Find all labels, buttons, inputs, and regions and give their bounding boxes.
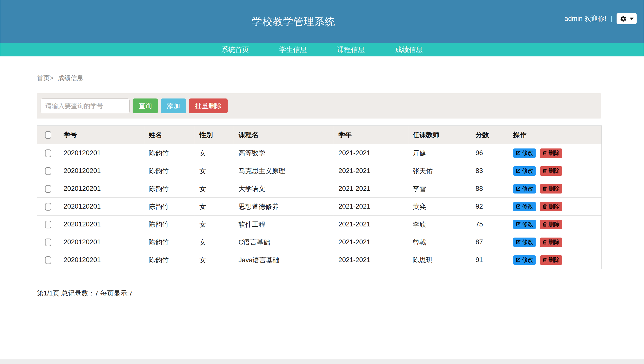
nav-item-home[interactable]: 系统首页	[222, 45, 249, 54]
cell-teacher: 李雪	[408, 180, 471, 198]
cell-year: 2021-2021	[334, 180, 408, 198]
cell-teacher: 李欣	[408, 216, 471, 233]
cell-score: 92	[471, 198, 510, 216]
edit-button[interactable]: 修改	[513, 220, 536, 229]
pencil-square-icon	[516, 204, 521, 209]
search-input[interactable]	[40, 98, 130, 113]
cell-course: Java语言基础	[234, 251, 334, 269]
edit-button[interactable]: 修改	[513, 255, 536, 265]
row-checkbox[interactable]	[45, 203, 51, 210]
row-checkbox[interactable]	[45, 167, 51, 175]
pencil-square-icon	[516, 186, 521, 191]
cell-score: 96	[471, 144, 510, 162]
edit-button[interactable]: 修改	[513, 238, 536, 247]
row-checkbox[interactable]	[45, 150, 51, 157]
cell-course: 软件工程	[234, 216, 334, 233]
nav-item-students[interactable]: 学生信息	[279, 45, 307, 54]
column-header-name: 姓名	[144, 126, 195, 144]
header-user-area: admin 欢迎你! |	[564, 13, 637, 24]
user-greeting: admin 欢迎你!	[564, 14, 606, 23]
edit-button[interactable]: 修改	[513, 184, 536, 194]
table-row: 2020120201 陈韵竹 女 软件工程 2021-2021 李欣 75	[37, 216, 602, 233]
row-checkbox[interactable]	[45, 221, 51, 228]
breadcrumb-current: 成绩信息	[58, 74, 84, 82]
pencil-square-icon	[516, 257, 521, 262]
cell-gender: 女	[195, 233, 234, 251]
query-button[interactable]: 查询	[132, 98, 158, 113]
search-toolbar: 查询 添加 批量删除	[37, 93, 601, 118]
page: 学校教学管理系统 admin 欢迎你! | 系统首页 学生信息 课程信息 成绩信…	[0, 0, 644, 359]
column-header-teacher: 任课教师	[408, 126, 471, 144]
nav-item-grades[interactable]: 成绩信息	[395, 45, 423, 54]
pencil-square-icon	[516, 168, 521, 174]
delete-button[interactable]: 删除	[540, 238, 562, 247]
trash-icon	[542, 204, 547, 209]
nav-item-courses[interactable]: 课程信息	[337, 45, 365, 54]
column-header-year: 学年	[334, 126, 408, 144]
cell-teacher: 黄奕	[408, 198, 471, 216]
cell-student-id: 2020120201	[59, 198, 144, 216]
select-all-checkbox[interactable]	[45, 131, 51, 139]
cell-name: 陈韵竹	[144, 180, 195, 198]
row-checkbox[interactable]	[45, 256, 51, 264]
cell-course: 思想道德修养	[234, 198, 334, 216]
delete-button[interactable]: 删除	[540, 220, 562, 229]
row-checkbox[interactable]	[45, 185, 51, 193]
edit-button[interactable]: 修改	[513, 166, 536, 176]
gear-icon	[620, 15, 627, 22]
cell-year: 2021-2021	[334, 162, 408, 180]
app-header: 学校教学管理系统 admin 欢迎你! |	[0, 0, 644, 43]
table-header-row: 学号 姓名 性别 课程名 学年 任课教师 分数 操作	[37, 126, 602, 144]
cell-student-id: 2020120201	[59, 233, 144, 251]
cell-course: 大学语文	[234, 180, 334, 198]
cell-year: 2021-2021	[334, 251, 408, 269]
cell-score: 91	[471, 251, 510, 269]
pencil-square-icon	[516, 240, 521, 245]
delete-button[interactable]: 删除	[540, 255, 562, 265]
delete-button[interactable]: 删除	[540, 166, 562, 176]
cell-student-id: 2020120201	[59, 180, 144, 198]
cell-score: 87	[471, 233, 510, 251]
page-title: 学校教学管理系统	[0, 15, 587, 28]
table-row: 2020120201 陈韵竹 女 Java语言基础 2021-2021 陈思琪 …	[37, 251, 602, 269]
column-header-student-id: 学号	[59, 126, 144, 144]
table-row: 2020120201 陈韵竹 女 马克思主义原理 2021-2021 张天佑 8…	[37, 162, 602, 180]
pencil-square-icon	[516, 150, 521, 156]
table-row: 2020120201 陈韵竹 女 C语言基础 2021-2021 曾戟 87	[37, 233, 602, 251]
cell-year: 2021-2021	[334, 198, 408, 216]
chevron-down-icon	[630, 18, 634, 20]
delete-button[interactable]: 删除	[540, 148, 562, 158]
pagination-info: 第1/1页 总记录数：7 每页显示:7	[37, 289, 601, 298]
cell-name: 陈韵竹	[144, 233, 195, 251]
cell-name: 陈韵竹	[144, 216, 195, 233]
pencil-square-icon	[516, 222, 521, 227]
settings-button[interactable]	[616, 13, 637, 24]
breadcrumb: 首页> 成绩信息	[37, 74, 601, 82]
cell-name: 陈韵竹	[144, 251, 195, 269]
column-header-gender: 性别	[195, 126, 234, 144]
breadcrumb-home[interactable]: 首页>	[37, 74, 54, 82]
edit-button[interactable]: 修改	[513, 202, 536, 211]
delete-button[interactable]: 删除	[540, 184, 562, 194]
delete-button[interactable]: 删除	[540, 202, 562, 211]
cell-year: 2021-2021	[334, 144, 408, 162]
table-row: 2020120201 陈韵竹 女 思想道德修养 2021-2021 黄奕 92	[37, 198, 602, 216]
cell-name: 陈韵竹	[144, 198, 195, 216]
cell-teacher: 曾戟	[408, 233, 471, 251]
cell-gender: 女	[195, 162, 234, 180]
add-button[interactable]: 添加	[161, 98, 186, 113]
trash-icon	[542, 186, 547, 191]
row-checkbox[interactable]	[45, 238, 51, 246]
cell-score: 75	[471, 216, 510, 233]
trash-icon	[542, 257, 547, 262]
column-header-actions: 操作	[510, 126, 602, 144]
cell-gender: 女	[195, 198, 234, 216]
cell-year: 2021-2021	[334, 216, 408, 233]
cell-name: 陈韵竹	[144, 162, 195, 180]
header-separator: |	[611, 14, 612, 22]
edit-button[interactable]: 修改	[513, 148, 536, 158]
cell-course: 高等数学	[234, 144, 334, 162]
cell-student-id: 2020120201	[59, 144, 144, 162]
batch-delete-button[interactable]: 批量删除	[189, 98, 228, 113]
cell-gender: 女	[195, 144, 234, 162]
